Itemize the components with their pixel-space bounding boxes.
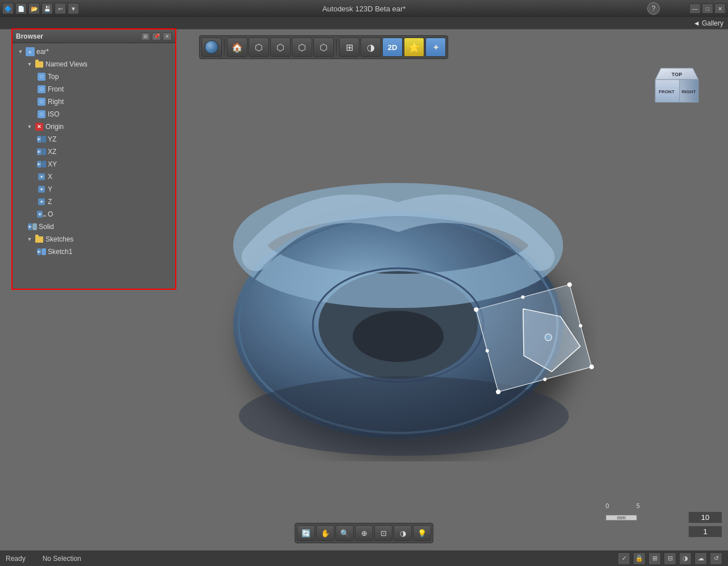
icon-view-iso: ⬡ [37, 110, 46, 119]
icon-xy: 👁 [37, 160, 46, 169]
main-toolbar: 🏠 ⬡ ⬡ ⬡ ⬡ ⊞ ◑ 2D ⭐ ✦ [199, 35, 448, 59]
browser-layout-btn[interactable]: ⊞ [141, 32, 150, 40]
right-view-btn[interactable]: ⬡ [292, 38, 312, 57]
value-box-top[interactable]: 10 [688, 511, 722, 523]
orbit-btn[interactable]: 🔄 [297, 525, 315, 541]
tree-item-named-views[interactable]: ▼ Named Views [13, 58, 175, 70]
tree-item-sketches[interactable]: ▼ Sketches [13, 233, 175, 245]
svg-text:FRONT: FRONT [659, 89, 675, 94]
toolbar-sep-2 [336, 39, 337, 55]
tree-item-yz[interactable]: 👁 YZ [13, 133, 175, 145]
value-bottom: 1 [703, 527, 707, 536]
label-yz: YZ [48, 135, 56, 143]
display-btn[interactable]: ◑ [361, 38, 381, 57]
ruler-visual: mm [606, 510, 637, 521]
tree-item-solid[interactable]: 👁 Solid [13, 220, 175, 233]
status-display[interactable]: ◑ [679, 552, 692, 565]
mm-unit: mm [617, 515, 626, 521]
home-view-btn[interactable]: 🏠 [227, 38, 247, 57]
tree-item-xz[interactable]: 👁 XZ [13, 145, 175, 158]
status-selection: No Selection [43, 555, 81, 563]
icon-yz: 👁 [37, 135, 46, 144]
zoom-fit-btn[interactable]: ⊕ [355, 525, 373, 541]
3d-shape [199, 115, 597, 513]
minimize-btn[interactable]: — [689, 3, 701, 14]
ruler-bar: mm [606, 510, 637, 521]
redo-btn[interactable]: ▼ [68, 3, 79, 14]
tree-item-z[interactable]: 👁 Z [13, 195, 175, 208]
status-lock[interactable]: 🔒 [633, 552, 646, 565]
value-box-bottom[interactable]: 1 [688, 526, 722, 538]
undo-btn[interactable]: ↩ [55, 3, 66, 14]
arrow-named-views: ▼ [26, 61, 33, 68]
icon-xz: 👁 [37, 147, 46, 156]
home-sphere-btn[interactable] [201, 38, 222, 57]
browser-pin-btn[interactable]: 📌 [152, 32, 161, 40]
label-named-views: Named Views [46, 60, 88, 68]
close-btn[interactable]: ✕ [714, 3, 726, 14]
svg-point-6 [239, 376, 569, 456]
top-view-btn[interactable]: ⬡ [270, 38, 291, 57]
tree-item-top[interactable]: ⬡ Top [13, 70, 175, 83]
label-ear: ear* [36, 48, 49, 56]
label-front: Front [48, 85, 64, 93]
icon-solid: 👁 [28, 222, 37, 231]
open-btn[interactable]: 📂 [28, 3, 40, 14]
ruler-unit: mm [606, 515, 637, 521]
tree-item-origin[interactable]: ▼ ✕ Origin [13, 120, 175, 133]
ruler-five: 5 [636, 502, 640, 509]
frame-btn[interactable]: ⊡ [374, 525, 392, 541]
label-xy: XY [48, 160, 57, 168]
special-btn[interactable]: ✦ [425, 38, 446, 57]
status-cloud[interactable]: ☁ [694, 552, 707, 565]
status-layers[interactable]: ⊟ [664, 552, 676, 565]
window-title: Autodesk 123D Beta ear* [322, 5, 406, 13]
icon-y: 👁 [37, 185, 46, 194]
tree-item-front[interactable]: ⬡ Front [13, 83, 175, 95]
maximize-btn[interactable]: □ [702, 3, 713, 14]
label-top: Top [48, 73, 59, 81]
tree-item-iso[interactable]: ⬡ ISO [13, 108, 175, 120]
save-btn[interactable]: 💾 [42, 3, 53, 14]
label-solid: Solid [39, 223, 54, 231]
browser-close-btn[interactable]: ✕ [163, 32, 172, 40]
status-grid[interactable]: ⊞ [648, 552, 661, 565]
icon-z: 👁 [37, 197, 46, 206]
status-checkmark[interactable]: ✓ [618, 552, 630, 565]
icon-origin: ✕ [35, 122, 44, 131]
tree-item-ear[interactable]: ▼ e ear* [13, 45, 175, 58]
svg-text:TOP: TOP [672, 72, 682, 77]
back-view-btn[interactable]: ⬡ [313, 38, 334, 57]
label-z: Z [48, 198, 52, 206]
pan-btn[interactable]: ✋ [316, 525, 334, 541]
status-bar: Ready No Selection ✓ 🔒 ⊞ ⊟ ◑ ☁ ↺ [0, 550, 728, 566]
tree-item-right[interactable]: ⬡ Right [13, 95, 175, 108]
new-btn[interactable]: 📄 [15, 3, 27, 14]
icon-view-right: ⬡ [37, 97, 46, 106]
browser-controls: ⊞ 📌 ✕ [141, 32, 172, 40]
front-view-btn[interactable]: ⬡ [249, 38, 269, 57]
star-btn[interactable]: ⭐ [404, 38, 424, 57]
tree-item-x[interactable]: 👁 X [13, 170, 175, 183]
grid-btn[interactable]: ⊞ [339, 38, 359, 57]
zoom-in-btn[interactable]: 🔍 [336, 525, 354, 541]
lights-btn[interactable]: 💡 [413, 525, 431, 541]
tree-item-y[interactable]: 👁 Y [13, 183, 175, 195]
nav-cube-svg: TOP FRONT RIGHT [648, 60, 705, 116]
label-origin: Origin [46, 123, 64, 131]
2d-btn[interactable]: 2D [382, 38, 403, 57]
tree-item-o[interactable]: 👁 O [13, 208, 175, 220]
status-sync[interactable]: ↺ [710, 552, 722, 565]
svg-text:RIGHT: RIGHT [682, 89, 696, 94]
tree-item-sketch1[interactable]: 👁 Sketch1 [13, 245, 175, 258]
icon-x: 👁 [37, 172, 46, 181]
window-controls: — □ ✕ [689, 3, 726, 14]
display-mode-btn[interactable]: ◑ [394, 525, 412, 541]
nav-cube[interactable]: TOP FRONT RIGHT [648, 60, 705, 118]
gallerybar[interactable]: ◄ Gallery [0, 17, 728, 30]
help-icon[interactable]: ? [647, 2, 660, 15]
tree-item-xy[interactable]: 👁 XY [13, 158, 175, 170]
toolbar-sep-1 [224, 39, 225, 55]
arrow-sketches: ▼ [26, 236, 33, 243]
icon-named-views [35, 60, 44, 69]
